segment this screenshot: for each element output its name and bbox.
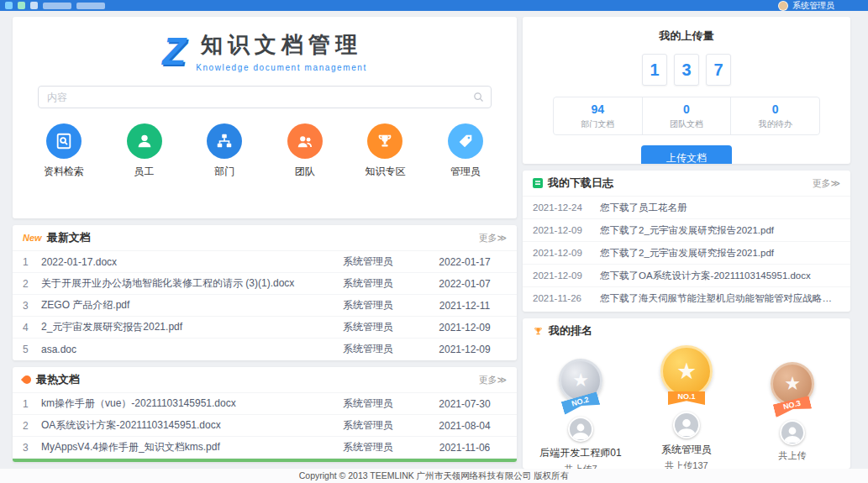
topbar-nav-item-2[interactable] [76, 3, 105, 9]
doc-date: 2022-01-07 [423, 278, 507, 290]
log-row: 2021-12-09 您下载了2_元宇宙发展研究报告2021.pdf [523, 241, 850, 264]
quick-nav-label: 员工 [117, 165, 172, 179]
latest-docs-more-link[interactable]: 更多≫ [478, 232, 507, 244]
topbar: 系统管理员 [0, 0, 868, 11]
topbar-app-icon-2[interactable] [18, 2, 25, 9]
doc-name[interactable]: ZEGO 产品介绍.pdf [41, 298, 313, 312]
ranking-title: 我的排名 [549, 323, 592, 339]
hero-panel: Z 知识文档管理 Knowledge document management 资… [13, 17, 517, 218]
star-icon: ★ [572, 370, 589, 391]
upload-counter: 1 3 7 [523, 54, 850, 86]
quick-nav-archive-search[interactable]: 资料检索 [36, 123, 92, 179]
upload-panel: 我的上传量 1 3 7 94 部门文档 0 团队文档 0 我的待办 [523, 17, 850, 164]
search-icon[interactable] [472, 91, 485, 107]
stat-value: 0 [731, 102, 819, 116]
quick-nav-knowledge-zone[interactable]: 知识专区 [357, 123, 413, 179]
topbar-username: 系统管理员 [792, 0, 834, 11]
doc-name[interactable]: OA系统设计方案-20211103145951.docx [41, 418, 313, 433]
table-row-highlighted[interactable]: 4 2_元宇宙发展研究报告2021.pdf 系统管理员 2021-12-09 [13, 458, 517, 462]
podium: ★ NO.2 后端开发工程师01 共上传7 ★ NO.1 系统管理员 共上传13… [523, 344, 850, 469]
topbar-app-icon[interactable] [5, 2, 13, 9]
footer: Copyright © 2013 TEEMLINK 广州市天领网络科技有限公司 … [0, 469, 868, 483]
table-row[interactable]: 3 MyAppsV4.4操作手册_知识文档kms.pdf 系统管理员 2021-… [13, 436, 517, 458]
log-date: 2021-12-09 [533, 248, 600, 258]
quick-nav-team[interactable]: 团队 [277, 123, 333, 179]
log-text: 您下载了海天伺服节能注塑机启动能智能管对应战略分析.xls [600, 292, 840, 305]
doc-date: 2021-12-09 [423, 344, 507, 355]
doc-owner: 系统管理员 [313, 298, 423, 312]
table-row[interactable]: 1 km操作手册（vue）-20211103145951.docx 系统管理员 … [13, 392, 517, 414]
stat-department-docs: 94 部门文档 [554, 97, 642, 134]
rank-entry-no1: ★ NO.1 系统管理员 共上传137 [637, 345, 736, 469]
stat-label: 我的待办 [731, 118, 819, 130]
logo-icon: Z [162, 32, 186, 71]
right-column: 我的上传量 1 3 7 94 部门文档 0 团队文档 0 我的待办 [523, 17, 850, 469]
log-text: 您下载了员工花名册 [600, 202, 840, 214]
doc-owner: 系统管理员 [313, 255, 423, 269]
topbar-left-icons [5, 2, 105, 9]
row-index: 5 [23, 344, 41, 355]
counter-digit: 3 [674, 54, 699, 86]
doc-name[interactable]: 2_元宇宙发展研究报告2021.pdf [41, 320, 313, 334]
table-row[interactable]: 2 OA系统设计方案-20211103145951.docx 系统管理员 202… [13, 414, 517, 436]
row-index: 3 [23, 442, 41, 454]
search-input[interactable] [38, 86, 492, 108]
left-column: Z 知识文档管理 Knowledge document management 资… [13, 17, 517, 469]
page-title: 知识文档管理 [196, 30, 367, 60]
copyright-text: Copyright © 2013 TEEMLINK 广州市天领网络科技有限公司 … [299, 470, 569, 480]
quick-nav-employee[interactable]: 员工 [117, 123, 172, 179]
org-chart-icon [207, 123, 242, 159]
log-text: 您下载了2_元宇宙发展研究报告2021.pdf [600, 247, 840, 260]
table-row[interactable]: 3 ZEGO 产品介绍.pdf 系统管理员 2021-12-11 [13, 294, 517, 316]
ranking-header: 我的排名 [523, 318, 850, 344]
doc-name[interactable]: asa.doc [41, 344, 313, 355]
doc-name[interactable]: 2022-01-17.docx [41, 256, 313, 268]
rank-user-name: 系统管理员 [637, 443, 736, 457]
topbar-user[interactable]: 系统管理员 [778, 0, 834, 11]
download-log-title: 我的下载日志 [548, 176, 613, 191]
stat-my-todo: 0 我的待办 [730, 97, 819, 134]
doc-name[interactable]: km操作手册（vue）-20211103145951.docx [41, 396, 313, 411]
table-row[interactable]: 4 2_元宇宙发展研究报告2021.pdf 系统管理员 2021-12-09 [13, 316, 517, 338]
upload-doc-button[interactable]: 上传文档 [641, 145, 732, 164]
doc-name[interactable]: 关于开展开业办公场地智能化装修工程的请示 (3)(1).docx [41, 276, 313, 291]
stat-label: 部门文档 [554, 118, 642, 130]
topbar-app-icon-3[interactable] [30, 2, 38, 9]
rank-upload-count: 共上传137 [637, 459, 736, 469]
quick-nav-label: 部门 [197, 165, 252, 179]
quick-nav-admin[interactable]: 管理员 [438, 123, 493, 179]
download-log-more-link[interactable]: 更多≫ [812, 177, 840, 190]
star-icon: ★ [676, 358, 697, 385]
table-row[interactable]: 2 关于开展开业办公场地智能化装修工程的请示 (3)(1).docx 系统管理员… [13, 272, 517, 294]
topbar-nav-item[interactable] [43, 3, 71, 9]
doc-date: 2021-12-09 [423, 322, 507, 333]
doc-owner: 系统管理员 [313, 320, 423, 334]
doc-date: 2021-12-11 [423, 300, 507, 312]
quick-nav-department[interactable]: 部门 [197, 123, 252, 179]
quick-nav: 资料检索 员工 部门 [13, 108, 517, 179]
hot-docs-panel: 最热文档 更多≫ 1 km操作手册（vue）-20211103145951.do… [13, 367, 517, 462]
quick-nav-label: 资料检索 [36, 165, 92, 179]
logo-row: Z 知识文档管理 Knowledge document management [13, 17, 517, 72]
table-row[interactable]: 5 asa.doc 系统管理员 2021-12-09 [13, 338, 517, 360]
flame-icon [21, 374, 33, 386]
log-text: 您下载了OA系统设计方案-20211103145951.docx [600, 270, 840, 282]
quick-nav-label: 知识专区 [357, 165, 413, 179]
gold-medal-icon: ★ [660, 345, 713, 397]
person-icon [127, 123, 162, 159]
stat-label: 团队文档 [643, 118, 731, 130]
hot-docs-more-link[interactable]: 更多≫ [478, 374, 507, 386]
quick-nav-label: 团队 [277, 165, 333, 179]
team-icon [287, 123, 323, 159]
table-row[interactable]: 1 2022-01-17.docx 系统管理员 2022-01-17 [13, 250, 517, 272]
doc-owner: 系统管理员 [313, 276, 423, 291]
doc-name[interactable]: MyAppsV4.4操作手册_知识文档kms.pdf [41, 440, 313, 454]
tag-icon [448, 123, 483, 159]
download-log-header: 我的下载日志 更多≫ [523, 171, 850, 196]
download-log-panel: 我的下载日志 更多≫ 2021-12-24 您下载了员工花名册 2021-12-… [523, 171, 850, 312]
log-row: 2021-12-09 您下载了2_元宇宙发展研究报告2021.pdf [523, 218, 850, 241]
counter-digit: 7 [706, 54, 731, 86]
stat-value: 0 [643, 102, 731, 116]
avatar [673, 412, 700, 438]
row-index: 3 [23, 300, 41, 312]
